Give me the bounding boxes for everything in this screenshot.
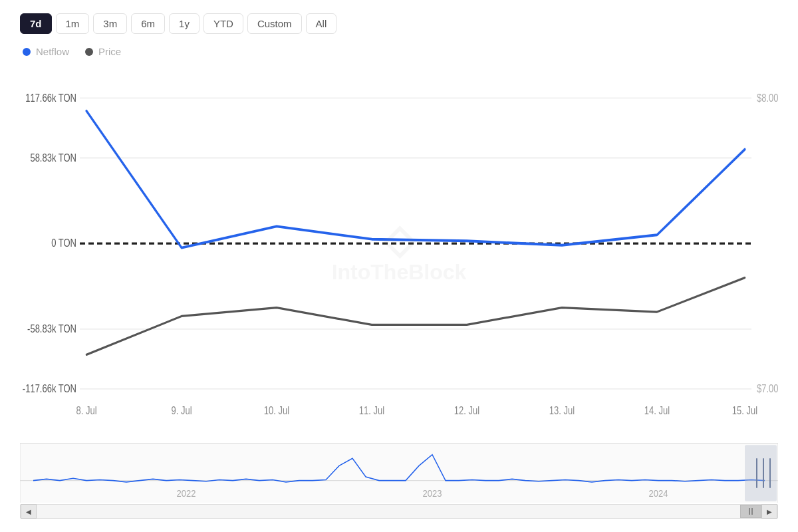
svg-text:9. Jul: 9. Jul (171, 404, 192, 417)
scrollbar: ◀ ▶ (20, 504, 778, 519)
mini-chart-svg: 2022 2023 2024 (20, 444, 778, 503)
svg-text:2024: 2024 (649, 488, 668, 499)
svg-text:10. Jul: 10. Jul (264, 404, 289, 417)
scroll-thumb-line-2 (751, 508, 753, 515)
time-btn-7d[interactable]: 7d (20, 13, 52, 34)
svg-text:-58.83k TON: -58.83k TON (27, 322, 76, 334)
time-btn-ytd[interactable]: YTD (203, 13, 243, 34)
scroll-thumb-handle (749, 508, 753, 515)
scroll-left-button[interactable]: ◀ (21, 504, 37, 519)
main-chart-svg: 117.66k TON 58.83k TON 0 TON -58.83k TON… (20, 64, 778, 440)
time-btn-custom[interactable]: Custom (247, 13, 302, 34)
main-chart: ◇ IntoTheBlock 117.66k TON (20, 64, 778, 440)
svg-text:2023: 2023 (423, 488, 442, 499)
svg-text:2022: 2022 (177, 488, 196, 499)
time-range-selector: 7d 1m 3m 6m 1y YTD Custom All (20, 13, 778, 34)
svg-text:15. Jul: 15. Jul (732, 404, 757, 417)
svg-text:0 TON: 0 TON (51, 237, 76, 249)
netflow-dot (23, 48, 31, 56)
svg-text:13. Jul: 13. Jul (549, 404, 575, 417)
scroll-track[interactable] (37, 505, 761, 518)
price-dot (85, 48, 93, 56)
time-btn-1y[interactable]: 1y (169, 13, 200, 34)
svg-text:-117.66k TON: -117.66k TON (23, 382, 76, 394)
svg-text:14. Jul: 14. Jul (644, 404, 670, 417)
time-btn-6m[interactable]: 6m (131, 13, 165, 34)
time-btn-1m[interactable]: 1m (56, 13, 90, 34)
svg-text:$7.00: $7.00 (757, 382, 779, 394)
netflow-label: Netflow (36, 46, 69, 57)
svg-text:12. Jul: 12. Jul (454, 404, 479, 417)
scroll-thumb[interactable] (740, 505, 761, 518)
time-btn-all[interactable]: All (306, 13, 337, 34)
svg-text:58.83k TON: 58.83k TON (30, 151, 76, 164)
svg-text:8. Jul: 8. Jul (76, 404, 96, 417)
legend-price: Price (85, 46, 121, 57)
svg-rect-27 (745, 445, 777, 501)
svg-text:$8.00: $8.00 (757, 91, 779, 104)
legend-netflow: Netflow (23, 46, 69, 57)
chart-legend: Netflow Price (20, 46, 778, 57)
chart-wrapper: ◇ IntoTheBlock 117.66k TON (20, 64, 778, 519)
scroll-thumb-line-1 (749, 508, 750, 515)
svg-text:11. Jul: 11. Jul (359, 404, 384, 417)
price-label: Price (98, 46, 121, 57)
time-btn-3m[interactable]: 3m (93, 13, 127, 34)
scroll-right-button[interactable]: ▶ (761, 504, 777, 519)
svg-text:117.66k TON: 117.66k TON (25, 91, 76, 104)
mini-chart: 2022 2023 2024 (20, 443, 778, 503)
